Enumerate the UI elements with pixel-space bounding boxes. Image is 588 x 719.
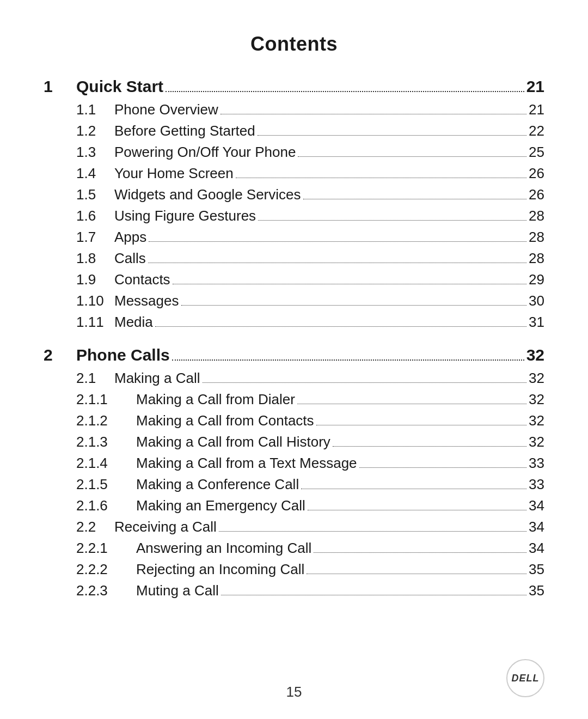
subsection-2-1-6-num: 2.1.6 (76, 497, 136, 514)
section-1-6-title: Using Figure Gestures (114, 208, 256, 224)
section-2-2-page: 34 (529, 519, 544, 535)
section-1-8-num: 1.8 (76, 250, 114, 267)
section-1-11-title: Media (114, 314, 153, 331)
section-1-3-title: Powering On/Off Your Phone (114, 144, 296, 161)
subsection-2-1-1-title: Making a Call from Dialer (136, 391, 295, 408)
subsection-2-2-3: 2.2.3 Muting a Call 35 (44, 582, 544, 599)
section-1-10-title: Messages (114, 293, 179, 309)
section-1-2-page: 22 (529, 123, 544, 139)
chapter-1: 1 Quick Start 21 (44, 77, 544, 96)
subsection-2-1-3-num: 2.1.3 (76, 434, 136, 450)
chapter-2: 2 Phone Calls 32 (44, 346, 544, 364)
section-1-11: 1.11 Media 31 (44, 314, 544, 331)
subsection-2-1-5-num: 2.1.5 (76, 476, 136, 493)
chapter-2-title: Phone Calls (76, 346, 170, 364)
subsection-2-2-1-num: 2.2.1 (76, 540, 136, 557)
chapter-2-num: 2 (44, 346, 76, 364)
section-1-9-title: Contacts (114, 271, 170, 288)
subsection-2-1-5-title: Making a Conference Call (136, 476, 299, 493)
section-1-2: 1.2 Before Getting Started 22 (44, 123, 544, 139)
dell-logo: DELL (506, 659, 544, 697)
section-1-9-num: 1.9 (76, 271, 114, 288)
section-1-8: 1.8 Calls 28 (44, 250, 544, 267)
section-1-11-num: 1.11 (76, 314, 114, 331)
section-1-8-title: Calls (114, 250, 146, 267)
section-1-6-page: 28 (529, 208, 544, 224)
chapter-2-dots (172, 360, 524, 361)
subsection-2-2-2-title: Rejecting an Incoming Call (136, 561, 304, 578)
subsection-2-1-1: 2.1.1 Making a Call from Dialer 32 (44, 391, 544, 408)
section-1-2-title: Before Getting Started (114, 123, 255, 139)
subsection-2-2-1-page: 34 (529, 540, 544, 557)
section-1-10-page: 30 (529, 293, 544, 309)
section-1-4-page: 26 (529, 165, 544, 182)
chapter-2-title-wrap: Phone Calls (76, 346, 526, 364)
subsection-2-1-1-page: 32 (529, 391, 544, 408)
subsection-2-2-3-title: Muting a Call (136, 582, 219, 599)
section-1-3: 1.3 Powering On/Off Your Phone 25 (44, 144, 544, 161)
subsection-2-2-2-num: 2.2.2 (76, 561, 136, 578)
subsection-2-1-2-title: Making a Call from Contacts (136, 412, 314, 429)
section-2-1: 2.1 Making a Call 32 (44, 370, 544, 387)
subsection-2-1-6-title: Making an Emergency Call (136, 497, 305, 514)
subsection-2-1-5-page: 33 (529, 476, 544, 493)
section-1-5-num: 1.5 (76, 186, 114, 203)
page-number: 15 (286, 684, 302, 700)
subsection-2-1-6: 2.1.6 Making an Emergency Call 34 (44, 497, 544, 514)
section-1-7-num: 1.7 (76, 229, 114, 246)
subsection-2-1-1-num: 2.1.1 (76, 391, 136, 408)
subsection-2-2-3-page: 35 (529, 582, 544, 599)
section-2-2-num: 2.2 (76, 519, 114, 535)
section-2-1-title: Making a Call (114, 370, 200, 387)
section-1-1-num: 1.1 (76, 101, 114, 118)
subsection-2-2-1-title: Answering an Incoming Call (136, 540, 311, 557)
subsection-2-1-4: 2.1.4 Making a Call from a Text Message … (44, 455, 544, 472)
section-2-1-num: 2.1 (76, 370, 114, 387)
chapter-1-title: Quick Start (76, 77, 163, 96)
page-title: Contents (44, 33, 544, 56)
section-1-7-page: 28 (529, 229, 544, 246)
section-1-8-page: 28 (529, 250, 544, 267)
subsection-2-1-3: 2.1.3 Making a Call from Call History 32 (44, 434, 544, 450)
subsection-2-1-2-page: 32 (529, 412, 544, 429)
section-1-5-page: 26 (529, 186, 544, 203)
section-1-1: 1.1 Phone Overview 21 (44, 101, 544, 118)
chapter-1-page: 21 (526, 77, 544, 96)
subsection-2-1-5: 2.1.5 Making a Conference Call 33 (44, 476, 544, 493)
subsection-2-1-6-page: 34 (529, 497, 544, 514)
section-2-2: 2.2 Receiving a Call 34 (44, 519, 544, 535)
chapter-1-num: 1 (44, 77, 76, 96)
toc-container: 1 Quick Start 21 1.1 Phone Overview 21 1… (44, 77, 544, 599)
section-1-7: 1.7 Apps 28 (44, 229, 544, 246)
subsection-2-1-3-title: Making a Call from Call History (136, 434, 330, 450)
section-2-2-title: Receiving a Call (114, 519, 217, 535)
subsection-2-1-4-title: Making a Call from a Text Message (136, 455, 357, 472)
chapter-2-page: 32 (526, 346, 544, 364)
subsection-2-1-4-num: 2.1.4 (76, 455, 136, 472)
section-1-4-title: Your Home Screen (114, 165, 234, 182)
section-1-3-num: 1.3 (76, 144, 114, 161)
subsection-2-2-2-page: 35 (529, 561, 544, 578)
section-1-1-page: 21 (529, 101, 544, 118)
subsection-2-1-2-num: 2.1.2 (76, 412, 136, 429)
section-1-9-page: 29 (529, 271, 544, 288)
subsection-2-2-2: 2.2.2 Rejecting an Incoming Call 35 (44, 561, 544, 578)
chapter-1-dots (166, 91, 524, 92)
section-2-1-page: 32 (529, 370, 544, 387)
section-1-3-page: 25 (529, 144, 544, 161)
section-1-10-num: 1.10 (76, 293, 114, 309)
subsection-2-2-3-num: 2.2.3 (76, 582, 136, 599)
subsection-2-1-2: 2.1.2 Making a Call from Contacts 32 (44, 412, 544, 429)
section-1-4: 1.4 Your Home Screen 26 (44, 165, 544, 182)
subsection-2-1-3-page: 32 (529, 434, 544, 450)
section-1-5-title: Widgets and Google Services (114, 186, 301, 203)
section-1-7-title: Apps (114, 229, 146, 246)
section-1-10: 1.10 Messages 30 (44, 293, 544, 309)
section-1-4-num: 1.4 (76, 165, 114, 182)
section-1-5: 1.5 Widgets and Google Services 26 (44, 186, 544, 203)
section-1-6: 1.6 Using Figure Gestures 28 (44, 208, 544, 224)
subsection-2-2-1: 2.2.1 Answering an Incoming Call 34 (44, 540, 544, 557)
section-1-9: 1.9 Contacts 29 (44, 271, 544, 288)
subsection-2-1-4-page: 33 (529, 455, 544, 472)
chapter-1-title-wrap: Quick Start (76, 77, 526, 96)
